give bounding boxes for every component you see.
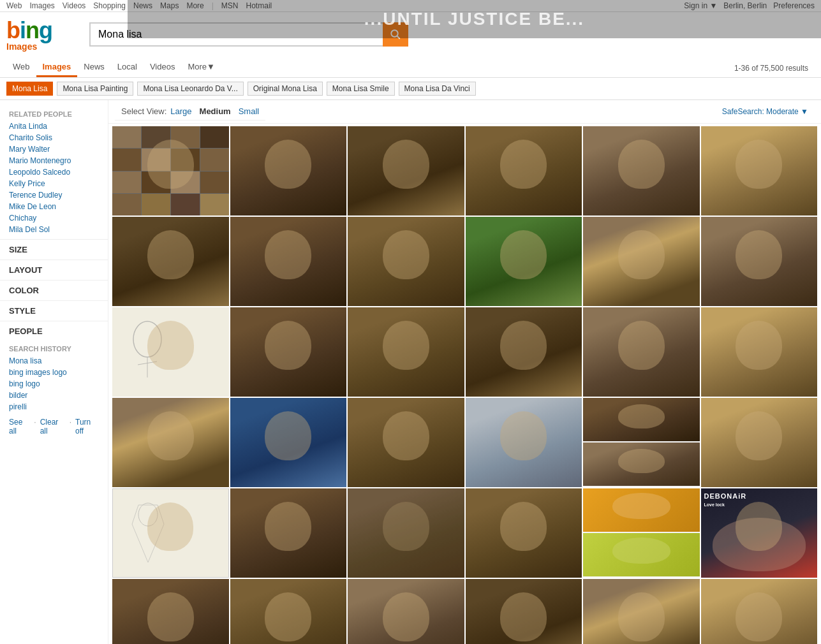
image-cell[interactable] bbox=[583, 488, 700, 578]
image-cell[interactable] bbox=[112, 217, 229, 306]
nav-more[interactable]: More bbox=[186, 1, 203, 10]
filter-size[interactable]: SIZE bbox=[0, 239, 108, 260]
subnav-videos[interactable]: Videos bbox=[144, 59, 182, 77]
image-cell[interactable] bbox=[348, 488, 464, 578]
header: bing Images bbox=[0, 12, 821, 57]
nav-maps[interactable]: Maps bbox=[160, 1, 179, 10]
filter-style[interactable]: STYLE bbox=[0, 300, 108, 321]
image-cell[interactable] bbox=[583, 217, 700, 306]
tab-mona-lisa[interactable]: Mona Lisa bbox=[6, 82, 53, 96]
subnav-web[interactable]: Web bbox=[6, 59, 36, 77]
preferences-link[interactable]: Preferences bbox=[773, 1, 815, 10]
logo-images[interactable]: Images bbox=[6, 41, 37, 52]
image-ml bbox=[466, 398, 582, 487]
person-mike-de-leon[interactable]: Mike De Leon bbox=[9, 201, 99, 212]
image-ml bbox=[701, 579, 818, 644]
image-cell[interactable] bbox=[701, 126, 818, 216]
see-all-link[interactable]: See all bbox=[9, 418, 30, 435]
image-cell[interactable] bbox=[230, 307, 347, 397]
person-kelly-price[interactable]: Kelly Price bbox=[9, 178, 99, 189]
history-bing-images-logo[interactable]: bing images logo bbox=[9, 367, 99, 378]
history-mona-lisa[interactable]: Mona lisa bbox=[9, 355, 99, 367]
image-cell[interactable] bbox=[230, 398, 347, 487]
image-cell[interactable] bbox=[230, 217, 347, 306]
person-mario-montenegro[interactable]: Mario Montenegro bbox=[9, 155, 99, 166]
image-cell[interactable] bbox=[583, 307, 700, 397]
nav-images[interactable]: Images bbox=[29, 1, 54, 10]
person-charito-solis[interactable]: Charito Solis bbox=[9, 132, 99, 143]
svg-marker-5 bbox=[132, 505, 164, 562]
turn-off-link[interactable]: Turn off bbox=[75, 418, 99, 435]
safesearch-control[interactable]: SafeSearch: Moderate ▼ bbox=[716, 105, 815, 119]
image-cell[interactable] bbox=[112, 307, 229, 397]
image-cell[interactable] bbox=[466, 126, 582, 216]
image-cell[interactable] bbox=[583, 398, 700, 487]
tab-original[interactable]: Original Mona Lisa bbox=[248, 82, 323, 96]
bing-logo[interactable]: bing bbox=[6, 17, 52, 44]
image-cell[interactable] bbox=[466, 217, 582, 306]
view-large[interactable]: Large bbox=[170, 106, 191, 116]
logo-n: n bbox=[26, 17, 39, 43]
image-cell[interactable] bbox=[466, 488, 582, 578]
location-link[interactable]: Berlin, Berlin bbox=[723, 1, 767, 10]
search-button[interactable] bbox=[383, 22, 408, 47]
image-cell[interactable] bbox=[230, 488, 347, 578]
signin-link[interactable]: Sign in ▼ bbox=[684, 1, 717, 10]
image-cell[interactable] bbox=[583, 579, 700, 644]
history-bing-logo[interactable]: bing logo bbox=[9, 378, 99, 390]
image-cell[interactable] bbox=[348, 126, 464, 216]
history-pirelli[interactable]: pirelli bbox=[9, 401, 99, 413]
filter-people[interactable]: PEOPLE bbox=[0, 321, 108, 341]
image-cell[interactable] bbox=[348, 579, 464, 644]
person-chichay[interactable]: Chichay bbox=[9, 212, 99, 224]
search-input[interactable] bbox=[89, 22, 383, 47]
image-cell[interactable] bbox=[701, 217, 818, 306]
filter-color[interactable]: COLOR bbox=[0, 280, 108, 300]
image-ml bbox=[466, 579, 582, 644]
nav-web[interactable]: Web bbox=[6, 1, 22, 10]
nav-shopping[interactable]: Shopping bbox=[93, 1, 126, 10]
subnav-news[interactable]: News bbox=[77, 59, 111, 77]
person-anita-linda[interactable]: Anita Linda bbox=[9, 121, 99, 132]
image-cell[interactable] bbox=[466, 579, 582, 644]
image-cell[interactable] bbox=[112, 579, 229, 644]
image-cell[interactable] bbox=[230, 126, 347, 216]
person-terence-dudley[interactable]: Terence Dudley bbox=[9, 189, 99, 201]
nav-videos[interactable]: Videos bbox=[63, 1, 85, 10]
person-leopoldo-salcedo[interactable]: Leopoldo Salcedo bbox=[9, 166, 99, 178]
image-cell[interactable] bbox=[701, 307, 818, 397]
person-mila-del-sol[interactable]: Mila Del Sol bbox=[9, 224, 99, 235]
image-cell[interactable] bbox=[348, 217, 464, 306]
tab-leonardo[interactable]: Mona Lisa Leonardo Da V... bbox=[137, 82, 243, 96]
image-cell[interactable] bbox=[701, 579, 818, 644]
nav-msn[interactable]: MSN bbox=[221, 1, 239, 10]
image-cell[interactable]: DEBONAiR Love lock bbox=[701, 488, 818, 578]
tab-da-vinci[interactable]: Mona Lisa Da Vinci bbox=[399, 82, 476, 96]
tab-smile[interactable]: Mona Lisa Smile bbox=[327, 82, 395, 96]
view-medium[interactable]: Medium bbox=[200, 106, 231, 116]
nav-hotmail[interactable]: Hotmail bbox=[246, 1, 272, 10]
svg-point-2 bbox=[133, 321, 161, 357]
image-cell[interactable] bbox=[701, 398, 818, 487]
filter-layout[interactable]: LAYOUT bbox=[0, 260, 108, 280]
tab-painting[interactable]: Mona Lisa Painting bbox=[57, 82, 133, 96]
person-mary-walter[interactable]: Mary Walter bbox=[9, 143, 99, 155]
subnav-images[interactable]: Images bbox=[36, 59, 78, 77]
subnav-more[interactable]: More▼ bbox=[181, 59, 221, 77]
subnav-local[interactable]: Local bbox=[111, 59, 144, 77]
view-small[interactable]: Small bbox=[239, 106, 260, 116]
safesearch-link[interactable]: SafeSearch: Moderate ▼ bbox=[722, 107, 808, 116]
image-cell[interactable] bbox=[348, 398, 464, 487]
history-bilder[interactable]: bilder bbox=[9, 390, 99, 401]
image-cell[interactable] bbox=[583, 126, 700, 216]
image-cell[interactable] bbox=[112, 126, 229, 216]
clear-all-link[interactable]: Clear all bbox=[40, 418, 66, 435]
nav-news[interactable]: News bbox=[133, 1, 152, 10]
image-cell[interactable] bbox=[112, 398, 229, 487]
image-cell[interactable] bbox=[230, 579, 347, 644]
image-cell[interactable] bbox=[348, 307, 464, 397]
image-ml bbox=[701, 126, 818, 216]
image-cell[interactable] bbox=[466, 307, 582, 397]
image-cell[interactable] bbox=[466, 398, 582, 487]
image-cell[interactable] bbox=[112, 488, 229, 578]
